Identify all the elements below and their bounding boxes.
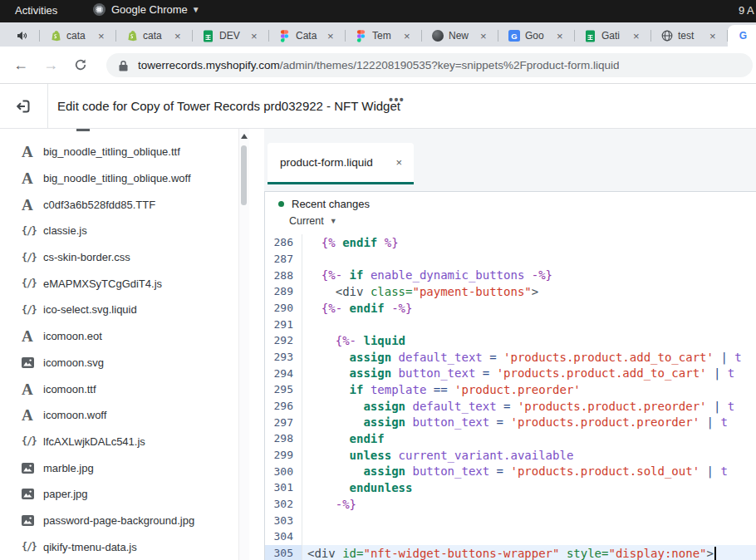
code-line[interactable]: 298 endif	[265, 430, 756, 447]
file-list-item[interactable]: Abig_noodle_titling_oblique.ttf	[0, 139, 238, 165]
tab-close-icon[interactable]: ×	[557, 30, 563, 42]
tab-close-icon[interactable]: ×	[251, 30, 258, 42]
version-dropdown[interactable]: Current ▼	[289, 215, 337, 227]
browser-tab[interactable]: GGoo×	[498, 25, 575, 47]
code-line[interactable]: 286 {% endif %}	[265, 234, 756, 251]
code-line-text[interactable]	[302, 528, 756, 545]
code-line[interactable]: 288 {%- if enable_dynamic_buttons -%}	[265, 267, 756, 283]
tab-close-icon[interactable]: ×	[174, 30, 181, 42]
code-line-text[interactable]: assign button_text = 'products.product.a…	[302, 365, 756, 381]
code-line-text[interactable]: {%- liquid	[302, 332, 756, 349]
code-line-text[interactable]	[302, 512, 756, 528]
code-line[interactable]: 305<div id="nft-widget-buttons-wrapper" …	[265, 545, 756, 560]
code-line-text[interactable]: unless current_variant.available	[302, 447, 756, 464]
code-line-text[interactable]: if template == 'product.preorder'	[302, 381, 756, 398]
code-line[interactable]: 293 assign default_text = 'products.prod…	[265, 349, 756, 366]
code-line-text[interactable]: {%- endif -%}	[302, 300, 756, 317]
code-line-text[interactable]: assign default_text = 'products.product.…	[302, 398, 756, 415]
tab-close-icon[interactable]: ×	[633, 30, 640, 42]
editor-file-tab[interactable]: product-form.liquid ×	[268, 143, 414, 182]
code-line-text[interactable]	[302, 251, 756, 268]
tab-title: Cata	[296, 30, 326, 42]
code-line[interactable]: 290 {%- endif -%}	[265, 300, 756, 317]
code-line-text[interactable]: {% endif %}	[302, 234, 756, 251]
file-list-item[interactable]: {/}lfcAXLwjkDALc541.js	[0, 429, 238, 455]
code-line[interactable]: 300 assign button_text = 'products.produ…	[265, 463, 756, 479]
browser-tab[interactable]: cata×	[116, 25, 193, 47]
browser-tab[interactable]: Tem×	[346, 25, 422, 47]
browser-tab[interactable]: G	[728, 25, 756, 47]
address-bar[interactable]: towerrecords.myshopify.com/admin/themes/…	[106, 53, 753, 77]
file-list-item[interactable]: {/}ico-select.svg.liquid	[0, 297, 238, 323]
file-list-item[interactable]: Ac0df3a6b528fdd85.TTF	[0, 191, 238, 218]
tab-close-icon[interactable]: ×	[709, 30, 716, 42]
code-line-text[interactable]: endunless	[302, 479, 756, 496]
file-list-item[interactable]: paper.jpg	[0, 481, 238, 508]
code-line[interactable]: 297 assign button_text = 'products.produ…	[265, 414, 756, 430]
tab-close-icon[interactable]: ×	[98, 30, 105, 42]
file-list-item[interactable]: marble.jpg	[0, 454, 238, 481]
reload-button[interactable]	[70, 54, 91, 76]
url-domain: towerrecords.myshopify.com	[138, 59, 280, 71]
code-area[interactable]: 286 {% endif %}287288 {%- if enable_dyna…	[265, 234, 756, 560]
code-line[interactable]: 289 <div class="payment-buttons">	[265, 283, 756, 300]
editor-tab-close-icon[interactable]: ×	[395, 156, 402, 169]
file-list-item[interactable]: {/}classie.js	[0, 218, 238, 244]
file-list-item[interactable]: {/}eMAPMXSyTCgGdiT4.js	[0, 270, 238, 297]
file-list-item[interactable]: Abig_noodle_titling_oblique.woff	[0, 165, 238, 192]
code-line-text[interactable]: assign default_text = 'products.product.…	[302, 349, 756, 366]
exit-code-editor-button[interactable]	[15, 98, 32, 115]
code-line[interactable]: 303	[265, 512, 756, 528]
tab-close-icon[interactable]: ×	[480, 30, 487, 42]
translate-icon: G	[508, 30, 520, 42]
scroll-up-arrow-icon[interactable]	[241, 134, 248, 139]
forward-button[interactable]: →	[40, 54, 61, 76]
app-menu-button[interactable]: Google Chrome ▼	[93, 3, 200, 16]
file-list-item[interactable]: Aicomoon.ttf	[0, 376, 238, 402]
code-icon: {/}	[22, 278, 43, 289]
code-line[interactable]: 294 assign button_text = 'products.produ…	[265, 365, 756, 381]
code-line-text[interactable]: assign button_text = 'products.product.p…	[302, 414, 756, 430]
editor-tab-label: product-form.liquid	[280, 156, 373, 169]
code-line-text[interactable]: assign button_text = 'products.product.s…	[302, 463, 756, 479]
code-line[interactable]: 296 assign default_text = 'products.prod…	[265, 398, 756, 415]
browser-tab[interactable]: test×	[651, 25, 728, 47]
code-line[interactable]: 299 unless current_variant.available	[265, 447, 756, 464]
code-line[interactable]: 291	[265, 316, 756, 332]
code-line-text[interactable]: {%- if enable_dynamic_buttons -%}	[302, 267, 756, 283]
sidebar-scrollbar[interactable]	[238, 129, 249, 560]
file-list-item[interactable]: {/}cs-skin-border.css	[0, 244, 238, 271]
back-button[interactable]: ←	[10, 54, 32, 76]
code-line[interactable]: 287	[265, 251, 756, 268]
more-actions-button[interactable]: •••	[389, 93, 405, 106]
clock-label[interactable]: 9 A	[739, 4, 754, 17]
file-list-item[interactable]: Aicomoon.eot	[0, 323, 238, 350]
file-list-item[interactable]: {/}qikify-tmenu-data.js	[0, 533, 238, 560]
code-line-text[interactable]	[302, 316, 756, 332]
file-list-item[interactable]: password-page-background.jpg	[0, 508, 238, 534]
file-list-item[interactable]: icomoon.svg	[0, 350, 238, 376]
line-number: 300	[265, 463, 302, 479]
tab-title: test	[678, 30, 708, 42]
browser-tab[interactable]: Gati×	[575, 25, 651, 47]
browser-tab[interactable]: New×	[422, 25, 498, 47]
file-list-item[interactable]: Aicomoon.woff	[0, 402, 238, 429]
tab-close-icon[interactable]: ×	[327, 30, 334, 42]
code-line-text[interactable]: -%}	[302, 496, 756, 513]
code-line[interactable]: 302 -%}	[265, 496, 756, 513]
browser-tab[interactable]: Cata×	[269, 25, 346, 47]
code-line[interactable]: 292 {%- liquid	[265, 332, 756, 349]
activities-button[interactable]: Activities	[15, 4, 57, 17]
code-line[interactable]: 304	[265, 528, 756, 545]
code-icon: {/}	[22, 541, 43, 553]
code-line-text[interactable]: <div id="nft-widget-buttons-wrapper" sty…	[302, 545, 756, 560]
browser-tab[interactable]: cata×	[40, 25, 116, 47]
code-line-text[interactable]: <div class="payment-buttons">	[302, 283, 756, 300]
tab-close-icon[interactable]: ×	[404, 30, 410, 42]
code-line[interactable]: 295 if template == 'product.preorder'	[265, 381, 756, 398]
browser-tab[interactable]: DEV×	[193, 25, 269, 47]
code-line[interactable]: 301 endunless	[265, 479, 756, 496]
lock-icon[interactable]	[119, 60, 128, 71]
code-line-text[interactable]: endif	[302, 430, 756, 447]
scrollbar-thumb[interactable]	[241, 145, 247, 205]
